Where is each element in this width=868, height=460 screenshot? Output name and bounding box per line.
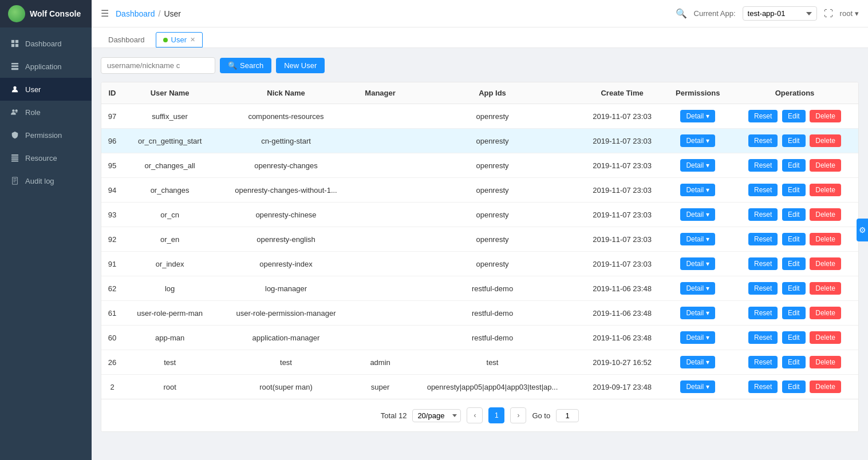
cell-nickname: test bbox=[216, 350, 356, 375]
edit-button[interactable]: Edit bbox=[782, 159, 806, 172]
detail-button[interactable]: Detail ▾ bbox=[680, 282, 715, 295]
reset-button[interactable]: Reset bbox=[748, 331, 778, 344]
detail-button[interactable]: Detail ▾ bbox=[680, 110, 715, 122]
reset-button[interactable]: Reset bbox=[748, 356, 778, 368]
edit-button[interactable]: Edit bbox=[782, 134, 806, 147]
search-input[interactable] bbox=[101, 57, 215, 74]
tab-user[interactable]: User ✕ bbox=[156, 32, 203, 47]
tab-dashboard[interactable]: Dashboard bbox=[101, 32, 152, 47]
delete-button[interactable]: Delete bbox=[810, 307, 841, 319]
cell-permissions: Detail ▾ bbox=[665, 227, 731, 252]
cell-operations: Reset Edit Delete bbox=[731, 178, 858, 203]
reset-button[interactable]: Reset bbox=[748, 257, 778, 270]
breadcrumb-user: User bbox=[164, 9, 181, 18]
detail-button[interactable]: Detail ▾ bbox=[680, 331, 715, 344]
side-float-btn[interactable]: ⚙ bbox=[857, 219, 868, 241]
table-row: 92 or_en openresty-english openresty 201… bbox=[101, 227, 858, 252]
cell-nickname: openresty-changes bbox=[216, 153, 356, 178]
sidebar-item-permission[interactable]: Permission bbox=[0, 124, 92, 146]
reset-button[interactable]: Reset bbox=[748, 134, 778, 147]
reset-button[interactable]: Reset bbox=[748, 307, 778, 319]
edit-button[interactable]: Edit bbox=[782, 356, 806, 368]
app-selector[interactable]: test-app-01 bbox=[743, 6, 817, 21]
detail-button[interactable]: Detail ▾ bbox=[680, 380, 715, 393]
delete-button[interactable]: Delete bbox=[810, 331, 841, 344]
edit-button[interactable]: Edit bbox=[782, 257, 806, 270]
page-1-button[interactable]: 1 bbox=[488, 407, 504, 423]
sidebar-item-resource[interactable]: Resource bbox=[0, 146, 92, 169]
detail-button[interactable]: Detail ▾ bbox=[680, 257, 715, 270]
table-header-row: ID User Name Nick Name Manager App Ids C… bbox=[101, 82, 858, 104]
main-content: ☰ Dashboard / User 🔍 Current App: test-a… bbox=[92, 0, 868, 460]
header: ☰ Dashboard / User 🔍 Current App: test-a… bbox=[92, 0, 868, 27]
header-search-icon[interactable]: 🔍 bbox=[676, 8, 687, 19]
edit-button[interactable]: Edit bbox=[782, 380, 806, 393]
reset-button[interactable]: Reset bbox=[748, 184, 778, 196]
delete-button[interactable]: Delete bbox=[810, 233, 841, 245]
delete-button[interactable]: Delete bbox=[810, 184, 841, 196]
reset-button[interactable]: Reset bbox=[748, 380, 778, 393]
reset-button[interactable]: Reset bbox=[748, 110, 778, 122]
next-page-button[interactable]: › bbox=[510, 407, 526, 423]
reset-button[interactable]: Reset bbox=[748, 208, 778, 221]
logo-icon bbox=[8, 5, 25, 22]
breadcrumb-menu-icon[interactable]: ☰ bbox=[101, 8, 109, 19]
cell-manager bbox=[356, 203, 405, 227]
delete-button[interactable]: Delete bbox=[810, 159, 841, 172]
cell-appids: restful-demo bbox=[405, 326, 579, 350]
breadcrumb-dashboard[interactable]: Dashboard bbox=[116, 9, 155, 18]
sidebar-item-dashboard[interactable]: Dashboard bbox=[0, 32, 92, 55]
edit-button[interactable]: Edit bbox=[782, 331, 806, 344]
edit-button[interactable]: Edit bbox=[782, 282, 806, 295]
delete-button[interactable]: Delete bbox=[810, 356, 841, 368]
delete-button[interactable]: Delete bbox=[810, 380, 841, 393]
detail-button[interactable]: Detail ▾ bbox=[680, 134, 715, 147]
delete-button[interactable]: Delete bbox=[810, 282, 841, 295]
new-user-button[interactable]: New User bbox=[276, 58, 325, 73]
sidebar-item-application-label: Application bbox=[25, 62, 62, 71]
perm-icon bbox=[10, 130, 19, 140]
user-dropdown-icon: ▾ bbox=[855, 9, 859, 18]
svg-point-8 bbox=[12, 109, 14, 112]
prev-page-button[interactable]: ‹ bbox=[467, 407, 483, 423]
edit-button[interactable]: Edit bbox=[782, 208, 806, 221]
delete-button[interactable]: Delete bbox=[810, 208, 841, 221]
edit-button[interactable]: Edit bbox=[782, 184, 806, 196]
table-row: 91 or_index openresty-index openresty 20… bbox=[101, 252, 858, 276]
edit-button[interactable]: Edit bbox=[782, 307, 806, 319]
detail-button[interactable]: Detail ▾ bbox=[680, 307, 715, 319]
cell-id: 61 bbox=[101, 301, 123, 326]
tab-close-icon[interactable]: ✕ bbox=[190, 36, 195, 43]
sidebar-item-auditlog[interactable]: Audit log bbox=[0, 169, 92, 192]
cell-manager bbox=[356, 227, 405, 252]
delete-button[interactable]: Delete bbox=[810, 134, 841, 147]
fullscreen-icon[interactable]: ⛶ bbox=[824, 9, 833, 19]
cell-username: or_cn_getting_start bbox=[123, 129, 216, 153]
search-button[interactable]: 🔍 Search bbox=[220, 58, 271, 73]
reset-button[interactable]: Reset bbox=[748, 159, 778, 172]
col-appids: App Ids bbox=[405, 82, 579, 104]
detail-button[interactable]: Detail ▾ bbox=[680, 159, 715, 172]
table-row: 94 or_changes openresty-changes-without-… bbox=[101, 178, 858, 203]
page-size-select[interactable]: 20/page 50/page 100/page bbox=[412, 409, 461, 422]
edit-button[interactable]: Edit bbox=[782, 233, 806, 245]
svg-rect-12 bbox=[11, 158, 18, 160]
cell-username: or_changes_all bbox=[123, 153, 216, 178]
detail-button[interactable]: Detail ▾ bbox=[680, 356, 715, 368]
edit-button[interactable]: Edit bbox=[782, 110, 806, 122]
detail-button[interactable]: Detail ▾ bbox=[680, 233, 715, 245]
reset-button[interactable]: Reset bbox=[748, 233, 778, 245]
detail-button[interactable]: Detail ▾ bbox=[680, 208, 715, 221]
sidebar-item-user[interactable]: User bbox=[0, 78, 92, 101]
sidebar-item-role[interactable]: Role bbox=[0, 101, 92, 124]
delete-button[interactable]: Delete bbox=[810, 257, 841, 270]
reset-button[interactable]: Reset bbox=[748, 282, 778, 295]
detail-button[interactable]: Detail ▾ bbox=[680, 184, 715, 196]
cell-operations: Reset Edit Delete bbox=[731, 153, 858, 178]
cell-operations: Reset Edit Delete bbox=[731, 350, 858, 375]
delete-button[interactable]: Delete bbox=[810, 110, 841, 122]
sidebar-item-application[interactable]: Application bbox=[0, 55, 92, 78]
goto-input[interactable] bbox=[556, 409, 579, 422]
user-menu[interactable]: root ▾ bbox=[840, 9, 859, 18]
cell-appids: openresty bbox=[405, 252, 579, 276]
